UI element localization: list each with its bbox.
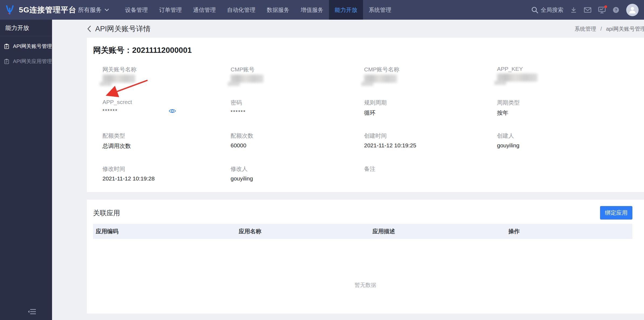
masked-value-block <box>231 75 263 83</box>
column-header-app-description: 应用描述 <box>370 228 506 235</box>
nav-item-order-management[interactable]: 订单管理 <box>153 0 187 20</box>
field-remark: 备注 <box>364 165 497 198</box>
breadcrumb-current: api网关账号管理 <box>606 26 644 32</box>
breadcrumb: 系统管理 / api网关账号管理 <box>575 25 644 32</box>
sidebar-item-api-gateway-account-management[interactable]: API网关账号管理 <box>0 39 52 54</box>
detail-heading-label: 网关账号 <box>93 46 124 54</box>
mail-icon[interactable] <box>584 7 591 13</box>
breadcrumb-separator: / <box>600 26 602 32</box>
menu-fold-icon[interactable] <box>28 308 37 316</box>
field-modify-time: 修改时间 2021-11-12 10:19:28 <box>102 165 231 198</box>
brand-title: 5G连接管理平台 <box>19 5 76 15</box>
sidebar-menu: API网关账号管理 API网关应用管理 <box>0 36 52 69</box>
nav-item-equipment-management[interactable]: 设备管理 <box>119 0 153 20</box>
search-icon <box>531 6 538 13</box>
related-head: 关联应用 绑定应用 <box>87 200 644 220</box>
detail-field-grid: 网关账号名称 CMP账号 CMP账号名称 APP_KEY APP_screct … <box>102 66 644 198</box>
brand-logo-icon <box>4 5 15 15</box>
detail-heading: 网关账号：20211112000001 <box>87 38 644 56</box>
help-icon[interactable]: ? <box>612 6 619 13</box>
field-empty-slot <box>497 165 644 198</box>
nav-item-capability-openness[interactable]: 能力开放 <box>329 0 363 20</box>
column-header-actions: 操作 <box>506 228 632 235</box>
back-chevron-icon[interactable] <box>87 25 91 32</box>
svg-text:?: ? <box>615 8 617 12</box>
back-title: API网关账号详情 <box>87 24 151 34</box>
brand: 5G连接管理平台 <box>0 0 75 20</box>
sidebar-item-label: API网关账号管理 <box>13 43 52 50</box>
field-quota-count: 配额次数 60000 <box>231 132 364 165</box>
nav-item-system-management[interactable]: 系统管理 <box>363 0 397 20</box>
user-avatar-icon[interactable] <box>626 4 639 16</box>
field-cmp-account: CMP账号 <box>231 66 364 99</box>
global-search[interactable]: 全局搜索 <box>531 6 563 14</box>
monitor-notification-icon[interactable] <box>598 6 606 13</box>
nav-item-automation-management[interactable]: 自动化管理 <box>221 0 261 20</box>
field-quota-type: 配额类型 总调用次数 <box>102 132 231 165</box>
password-masked-value: ****** <box>231 109 364 115</box>
field-cmp-account-name: CMP账号名称 <box>364 66 497 99</box>
top-nav-bar: 5G连接管理平台 所有服务 设备管理 订单管理 通信管理 自动化管理 数据服务 … <box>0 0 644 20</box>
nav-item-value-added-services[interactable]: 增值服务 <box>295 0 329 20</box>
empty-state-text: 暂无数据 <box>87 281 644 289</box>
page-title: API网关账号详情 <box>95 24 151 34</box>
download-icon[interactable] <box>570 6 577 13</box>
gateway-account-number: 20211112000001 <box>132 46 192 54</box>
gateway-account-detail-card: 网关账号：20211112000001 网关账号名称 CMP账号 CMP账号名称 <box>87 38 644 192</box>
main-content: API网关账号详情 系统管理 / api网关账号管理 网关账号：20211112… <box>52 20 644 320</box>
field-create-time: 创建时间 2021-11-12 10:19:25 <box>364 132 497 165</box>
all-services-menu[interactable]: 所有服务 <box>75 0 112 20</box>
nav-item-data-services[interactable]: 数据服务 <box>261 0 295 20</box>
field-app-key: APP_KEY <box>497 66 644 99</box>
related-title: 关联应用 <box>93 208 120 217</box>
field-gateway-account-name: 网关账号名称 <box>102 66 231 99</box>
field-modifier: 修改人 gouyiling <box>231 165 364 198</box>
page-header: API网关账号详情 系统管理 / api网关账号管理 <box>52 20 644 38</box>
sidebar-title: 能力开放 <box>0 20 52 36</box>
nav-item-communication-management[interactable]: 通信管理 <box>187 0 221 20</box>
breadcrumb-parent[interactable]: 系统管理 <box>575 26 596 32</box>
clipboard-icon <box>4 43 10 50</box>
masked-value-block <box>364 75 397 83</box>
field-password: 密码 ****** <box>231 99 364 132</box>
field-cycle-type: 周期类型 按年 <box>497 99 644 132</box>
primary-nav: 设备管理 订单管理 通信管理 自动化管理 数据服务 增值服务 能力开放 系统管理 <box>119 0 397 20</box>
chevron-down-icon <box>104 8 109 12</box>
masked-value-block <box>102 75 135 83</box>
detail-heading-separator: ： <box>124 46 132 54</box>
global-search-label: 全局搜索 <box>541 6 563 14</box>
clipboard-icon <box>4 58 10 65</box>
sidebar-item-api-gateway-app-management[interactable]: API网关应用管理 <box>0 54 52 69</box>
masked-value-block <box>497 74 537 82</box>
all-services-label: 所有服务 <box>78 6 102 14</box>
eye-icon[interactable] <box>169 108 176 115</box>
related-table-header: 应用编码 应用名称 应用描述 操作 <box>93 224 632 239</box>
sidebar: 能力开放 API网关账号管理 API网关应用管理 <box>0 20 52 320</box>
column-header-app-code: 应用编码 <box>93 228 236 235</box>
topnav-actions: 全局搜索 ? <box>531 0 644 20</box>
notification-badge <box>604 5 607 8</box>
field-app-secret: APP_screct ****** <box>102 99 231 132</box>
column-header-app-name: 应用名称 <box>236 228 370 235</box>
sidebar-item-label: API网关应用管理 <box>13 58 52 65</box>
field-creator: 创建人 gouyiling <box>497 132 644 165</box>
bind-application-button[interactable]: 绑定应用 <box>600 206 632 220</box>
field-rule-cycle: 规则周期 循环 <box>364 99 497 132</box>
app-secret-masked-value: ****** <box>102 108 118 114</box>
related-applications-card: 关联应用 绑定应用 应用编码 应用名称 应用描述 操作 暂无数据 <box>87 200 644 314</box>
